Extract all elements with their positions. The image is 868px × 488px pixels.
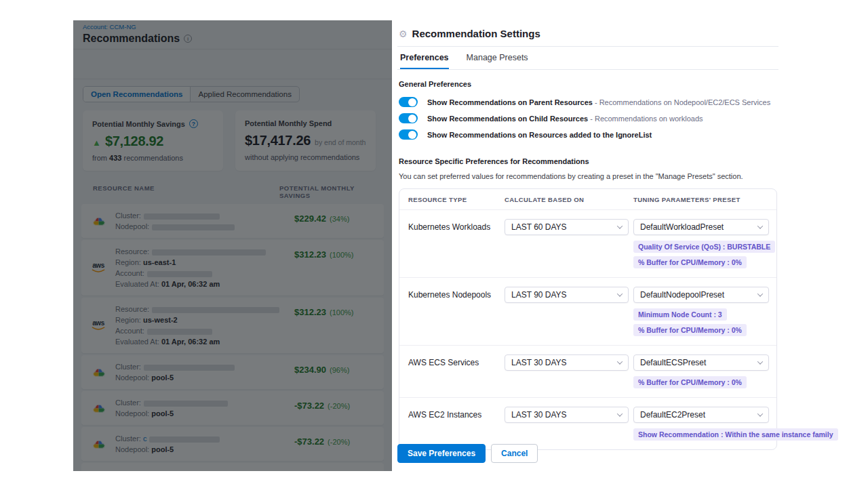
tuning-preset-select[interactable]: DefaultEC2Preset xyxy=(633,407,769,423)
column-header-resource-type: RESOURCE TYPE xyxy=(408,196,505,203)
resource-pref-row: AWS EC2 InstancesLAST 30 DAYSDefaultEC2P… xyxy=(399,397,776,449)
calculate-based-on-select[interactable]: LAST 30 DAYS xyxy=(505,407,629,423)
preset-parameter-chip: % Buffer for CPU/Memory : 0% xyxy=(633,324,747,336)
column-header-tuning-preset: TUNING PARAMETERS' PRESET xyxy=(633,196,768,203)
app-window: Account: CCM-NG Recommendations i Open R… xyxy=(73,20,785,471)
general-preferences-toggles: Show Recommendations on Parent Resources… xyxy=(399,97,778,140)
recommendation-settings-drawer: ⚙ Recommendation Settings Preferences Ma… xyxy=(392,20,785,471)
resource-pref-row: AWS ECS ServicesLAST 30 DAYSDefaultECSPr… xyxy=(399,345,776,397)
chevron-down-icon xyxy=(617,411,623,416)
resource-type-label: AWS ECS Services xyxy=(408,354,505,367)
resource-prefs-heading: Resource Specific Preferences for Recomm… xyxy=(399,157,778,165)
preset-parameter-chip: Minimum Node Count : 3 xyxy=(633,308,727,321)
tab-preferences[interactable]: Preferences xyxy=(400,53,449,69)
resource-prefs-description: You can set preferred values for recomme… xyxy=(399,172,778,180)
toggle-switch[interactable] xyxy=(399,129,418,140)
preference-toggle-row: Show Recommendations on Resources added … xyxy=(399,129,778,140)
preset-parameter-chip: % Buffer for CPU/Memory : 0% xyxy=(633,256,747,268)
toggle-label: Show Recommendations on Parent Resources… xyxy=(427,98,770,106)
tuning-preset-select[interactable]: DefaultECSPreset xyxy=(633,354,769,371)
preset-parameter-chip: Show Recommendation : Within the same in… xyxy=(633,428,838,441)
resource-type-label: Kubernetes Nodepools xyxy=(408,287,505,300)
preset-parameter-chip: % Buffer for CPU/Memory : 0% xyxy=(633,376,747,388)
toggle-label: Show Recommendations on Resources added … xyxy=(427,131,652,139)
general-preferences-heading: General Preferences xyxy=(399,80,778,88)
resource-type-label: Kubernetes Workloads xyxy=(408,219,505,232)
chevron-down-icon xyxy=(757,359,763,364)
preference-toggle-row: Show Recommendations on Parent Resources… xyxy=(399,97,778,107)
tuning-preset-select[interactable]: DefaultNodepoolPreset xyxy=(633,287,769,303)
preference-toggle-row: Show Recommendations on Child Resources … xyxy=(399,113,778,123)
chevron-down-icon xyxy=(757,411,763,416)
toggle-switch[interactable] xyxy=(399,97,418,107)
resource-type-label: AWS EC2 Instances xyxy=(408,407,505,420)
chevron-down-icon xyxy=(617,223,623,228)
tab-manage-presets[interactable]: Manage Presets xyxy=(467,53,528,69)
chevron-down-icon xyxy=(617,291,623,296)
toggle-label: Show Recommendations on Child Resources … xyxy=(427,115,703,123)
chevron-down-icon xyxy=(757,223,763,228)
cancel-button[interactable]: Cancel xyxy=(491,444,538,463)
chevron-down-icon xyxy=(757,291,763,296)
tuning-preset-select[interactable]: DefaultWorkloadPreset xyxy=(633,219,769,235)
gear-icon: ⚙ xyxy=(399,29,408,39)
toggle-switch[interactable] xyxy=(399,113,418,123)
calculate-based-on-select[interactable]: LAST 60 DAYS xyxy=(505,219,629,235)
settings-tab-bar: Preferences Manage Presets xyxy=(397,47,778,70)
calculate-based-on-select[interactable]: LAST 90 DAYS xyxy=(505,287,629,303)
drawer-title: Recommendation Settings xyxy=(412,28,540,39)
resource-pref-row: Kubernetes NodepoolsLAST 90 DAYSDefaultN… xyxy=(399,277,776,345)
preset-parameter-chip: Quality Of Service (QoS) : BURSTABLE xyxy=(633,241,775,253)
calculate-based-on-select[interactable]: LAST 30 DAYS xyxy=(505,354,629,371)
recommendations-page: Account: CCM-NG Recommendations i Open R… xyxy=(73,20,392,471)
chevron-down-icon xyxy=(617,359,623,364)
column-header-calculate-based-on: CALCULATE BASED ON xyxy=(505,196,633,203)
modal-dim-overlay[interactable] xyxy=(73,20,392,471)
resource-prefs-table: RESOURCE TYPE CALCULATE BASED ON TUNING … xyxy=(399,188,777,450)
resource-pref-row: Kubernetes WorkloadsLAST 60 DAYSDefaultW… xyxy=(399,210,776,277)
resource-prefs-rows: Kubernetes WorkloadsLAST 60 DAYSDefaultW… xyxy=(399,210,776,449)
save-preferences-button[interactable]: Save Preferences xyxy=(397,444,486,463)
